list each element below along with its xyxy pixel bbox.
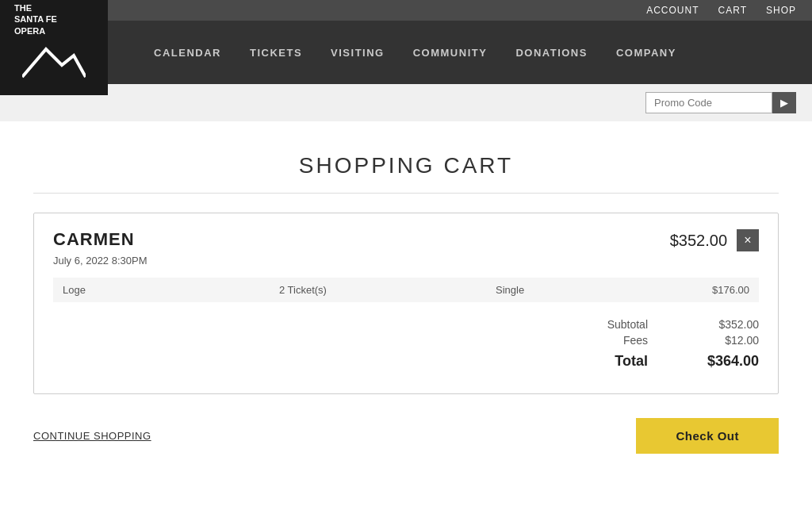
ticket-row: Loge 2 Ticket(s) Single $176.00 (53, 278, 759, 302)
subtotal-label: Subtotal (584, 318, 648, 331)
nav-tickets[interactable]: TICKETS (236, 47, 316, 59)
ticket-type: Single (496, 284, 712, 296)
ticket-quantity: 2 Ticket(s) (279, 284, 496, 296)
remove-button[interactable]: × (737, 229, 759, 251)
nav-visiting[interactable]: VISITING (316, 47, 399, 59)
cart-card: CARMEN $352.00 × July 6, 2022 8:30PM Log… (33, 213, 779, 394)
cart-item-header: CARMEN $352.00 × (53, 229, 759, 251)
subtotal-value: $352.00 (695, 318, 759, 331)
nav-donations[interactable]: DONATIONS (501, 47, 602, 59)
promo-bar: ▶ (0, 84, 812, 121)
nav-company[interactable]: COMPANY (602, 47, 691, 59)
page-title: SHOPPING CART (33, 153, 779, 178)
fees-label: Fees (584, 334, 648, 347)
logo-block[interactable]: THE SANTA FE OPERA (0, 0, 108, 95)
promo-code-input[interactable] (645, 92, 772, 113)
checkout-button[interactable]: Check Out (636, 418, 779, 454)
promo-input-group: ▶ (645, 92, 796, 113)
item-date: July 6, 2022 8:30PM (53, 255, 759, 267)
logo-icon (22, 41, 86, 81)
nav-community[interactable]: COMMUNITY (399, 47, 502, 59)
promo-submit-button[interactable]: ▶ (772, 92, 796, 113)
item-price: $352.00 (670, 232, 727, 250)
main-nav: CALENDAR TICKETS VISITING COMMUNITY DONA… (140, 47, 691, 59)
totals-section: Subtotal $352.00 Fees $12.00 Total $364.… (53, 318, 759, 370)
fees-value: $12.00 (695, 334, 759, 347)
item-title: CARMEN (53, 229, 135, 250)
shop-link[interactable]: SHOP (766, 5, 796, 16)
total-value: $364.00 (695, 353, 759, 370)
fees-row: Fees $12.00 (521, 334, 759, 347)
continue-shopping-link[interactable]: CONTINUE SHOPPING (33, 430, 151, 442)
total-label: Total (584, 353, 648, 370)
top-bar: ACCOUNT CART SHOP (0, 0, 812, 21)
total-row: Total $364.00 (521, 353, 759, 370)
nav-calendar[interactable]: CALENDAR (140, 47, 236, 59)
item-price-remove: $352.00 × (670, 229, 759, 251)
account-link[interactable]: ACCOUNT (646, 5, 699, 16)
logo-text: THE SANTA FE OPERA (8, 2, 100, 36)
cart-link[interactable]: CART (718, 5, 747, 16)
ticket-unit-price: $176.00 (712, 284, 749, 296)
subtotal-row: Subtotal $352.00 (521, 318, 759, 331)
cart-actions: CONTINUE SHOPPING Check Out (33, 418, 779, 454)
header: THE SANTA FE OPERA CALENDAR TICKETS VISI… (0, 21, 812, 84)
ticket-section: Loge (63, 284, 279, 296)
divider (33, 193, 779, 194)
main-content: SHOPPING CART CARMEN $352.00 × July 6, 2… (17, 121, 795, 485)
